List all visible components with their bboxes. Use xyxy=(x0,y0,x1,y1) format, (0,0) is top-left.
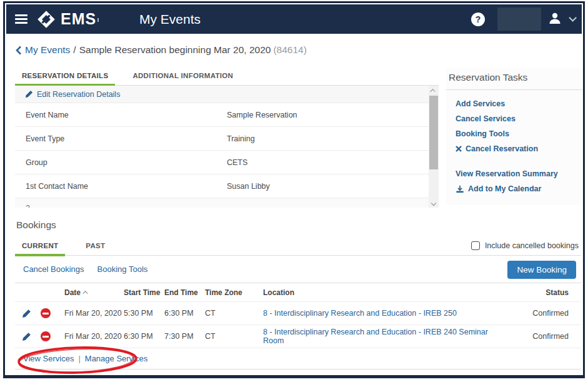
col-time-zone: Time Zone xyxy=(205,288,263,297)
detail-value: CETS xyxy=(227,158,439,167)
detail-value: Sample Reservation xyxy=(227,111,439,119)
screenshot-frame: EMS My Events ? My Events / S xyxy=(0,0,588,382)
reservation-id: (84614) xyxy=(273,44,306,56)
add-services-link[interactable]: Add Services xyxy=(446,96,582,111)
ems-logo-text: EMS xyxy=(61,10,96,28)
booking-tools-link[interactable]: Booking Tools xyxy=(446,126,582,141)
booking-date: Fri Mar 20, 2020 xyxy=(64,309,124,318)
booking-end: 6:30 PM xyxy=(164,309,205,318)
cancel-reservation-link[interactable]: Cancel Reservation xyxy=(446,141,582,156)
scroll-down-icon[interactable] xyxy=(429,198,439,208)
cancel-booking-icon[interactable] xyxy=(41,331,51,341)
booking-end: 7:30 PM xyxy=(164,332,205,341)
bookings-table-header: Date Start Time End Time Time Zone Locat… xyxy=(15,283,581,302)
app-window: EMS My Events ? My Events / S xyxy=(3,1,585,378)
bookings-title: Bookings xyxy=(16,219,581,231)
tab-past-bookings[interactable]: PAST xyxy=(79,238,112,255)
include-cancelled-control: Include cancelled bookings xyxy=(471,241,579,250)
menu-icon[interactable] xyxy=(15,13,27,26)
detail-row: Event Name Sample Reservation xyxy=(15,103,439,127)
detail-row: 1st Contact Name Susan Libby xyxy=(15,174,439,198)
reservation-tabs: RESERVATION DETAILS ADDITIONAL INFORMATI… xyxy=(15,68,439,86)
booking-start: 6:30 PM xyxy=(124,332,164,341)
include-cancelled-checkbox[interactable] xyxy=(471,241,480,250)
username-redacted-block xyxy=(497,8,541,31)
detail-label: 1st Contact Name xyxy=(26,182,227,191)
reservation-tasks-panel: Reservation Tasks Add Services Cancel Se… xyxy=(446,68,582,205)
tab-additional-information[interactable]: ADDITIONAL INFORMATION xyxy=(126,68,240,85)
bookings-section: Bookings CURRENT PAST Include cancelled … xyxy=(15,216,581,369)
view-services-link[interactable]: View Services xyxy=(23,354,74,363)
x-icon xyxy=(456,146,462,152)
page-title: My Events xyxy=(139,12,201,27)
download-icon xyxy=(456,185,464,193)
col-status: Status xyxy=(494,288,581,297)
include-cancelled-label: Include cancelled bookings xyxy=(485,241,579,250)
detail-label: Group xyxy=(26,158,227,167)
services-separator: | xyxy=(78,354,80,363)
top-navbar: EMS My Events ? xyxy=(6,4,582,34)
add-to-calendar-link[interactable]: Add to My Calendar xyxy=(446,181,582,196)
col-location: Location xyxy=(263,288,494,297)
services-row: View Services | Manage Services xyxy=(15,348,581,369)
clipped-detail-row: 2 xyxy=(15,198,439,208)
tab-reservation-details[interactable]: RESERVATION DETAILS xyxy=(15,68,115,85)
booking-status: Confirmed xyxy=(494,332,581,341)
booking-row: Fri Mar 20, 2020 5:30 PM 6:30 PM CT 8 - … xyxy=(15,302,581,325)
scrollbar-thumb[interactable] xyxy=(429,96,438,169)
cancel-bookings-link[interactable]: Cancel Bookings xyxy=(23,264,84,274)
user-avatar-icon[interactable] xyxy=(547,11,562,28)
bookings-actions: Cancel Bookings Booking Tools New Bookin… xyxy=(15,256,581,283)
detail-label: Event Name xyxy=(26,111,227,119)
edit-reservation-link[interactable]: Edit Reservation Details xyxy=(25,90,120,99)
trademark-mark xyxy=(97,18,99,22)
booking-date: Fri Mar 20, 2020 xyxy=(64,332,124,341)
edit-row: Edit Reservation Details xyxy=(15,86,439,103)
ems-logo-icon[interactable] xyxy=(36,9,56,29)
detail-value: Training xyxy=(227,134,439,143)
booking-row: Fri Mar 20, 2020 6:30 PM 7:30 PM CT 8 - … xyxy=(15,325,581,348)
edit-booking-icon[interactable] xyxy=(22,309,31,318)
cancel-services-link[interactable]: Cancel Services xyxy=(446,111,582,126)
chevron-left-icon xyxy=(16,46,22,55)
detail-value: Susan Libby xyxy=(227,182,439,191)
booking-timezone: CT xyxy=(205,332,263,341)
view-reservation-summary-link[interactable]: View Reservation Summary xyxy=(446,166,582,181)
detail-row: Event Type Training xyxy=(15,127,439,151)
tab-current-bookings[interactable]: CURRENT xyxy=(15,238,65,255)
divider xyxy=(446,89,582,90)
booking-timezone: CT xyxy=(205,309,263,318)
user-menu-chevron-down-icon[interactable] xyxy=(569,14,577,22)
col-end-time: End Time xyxy=(164,288,205,297)
booking-start: 5:30 PM xyxy=(124,309,164,318)
sort-asc-icon xyxy=(82,291,87,296)
booking-location-link[interactable]: 8 - Interdisciplinary Research and Educa… xyxy=(263,309,457,318)
breadcrumb-back-link[interactable]: My Events xyxy=(16,44,70,56)
detail-label: Event Type xyxy=(26,134,227,143)
breadcrumb: My Events / Sample Reservation beginning… xyxy=(16,44,307,56)
scroll-up-icon[interactable] xyxy=(429,86,439,95)
reservation-details-body: Edit Reservation Details Event Name Samp… xyxy=(15,86,439,208)
detail-row: Group CETS xyxy=(15,151,439,174)
booking-tools-action-link[interactable]: Booking Tools xyxy=(97,264,148,274)
cancel-booking-icon[interactable] xyxy=(41,308,51,318)
booking-location-link[interactable]: 8 - Interdisciplinary Research and Educa… xyxy=(263,328,488,345)
reservation-tasks-title: Reservation Tasks xyxy=(446,68,582,89)
breadcrumb-current: Sample Reservation beginning Mar 20, 202… xyxy=(79,44,271,56)
col-start-time: Start Time xyxy=(124,288,164,297)
new-booking-button[interactable]: New Booking xyxy=(507,261,576,279)
reservation-panel: RESERVATION DETAILS ADDITIONAL INFORMATI… xyxy=(15,68,439,208)
help-icon[interactable]: ? xyxy=(471,13,485,26)
divider xyxy=(15,369,581,369)
col-date[interactable]: Date xyxy=(64,288,124,297)
bookings-tabs: CURRENT PAST Include cancelled bookings xyxy=(15,238,581,256)
edit-booking-icon[interactable] xyxy=(22,332,31,341)
booking-status: Confirmed xyxy=(494,309,581,318)
pencil-icon xyxy=(25,90,33,98)
breadcrumb-separator: / xyxy=(73,44,76,56)
manage-services-link[interactable]: Manage Services xyxy=(85,354,147,363)
details-scrollbar[interactable] xyxy=(429,86,439,208)
